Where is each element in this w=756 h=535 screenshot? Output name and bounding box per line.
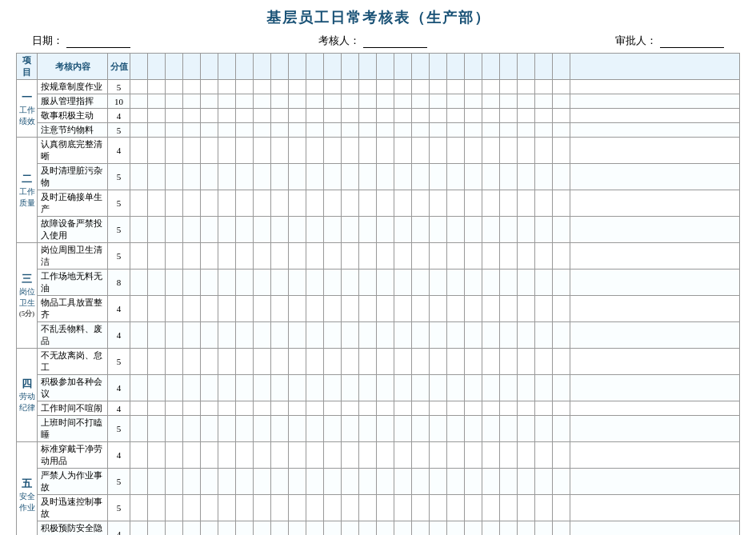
col-header-d15 (377, 54, 394, 80)
data-cell-4-3-7 (254, 521, 271, 536)
data-cell-0-0-6 (236, 80, 254, 94)
data-cell-2-0-1 (148, 243, 166, 269)
category-cell-三: 三岗位卫生(5分) (17, 243, 38, 349)
data-cell-2-3-1 (148, 322, 166, 349)
data-cell-4-2-25 (570, 495, 740, 521)
data-cell-1-2-25 (570, 190, 740, 217)
col-header-d25 (553, 54, 570, 80)
data-cell-1-1-2 (166, 164, 183, 190)
data-cell-1-2-17 (430, 190, 447, 217)
item-content-cell: 岗位周围卫生清洁 (38, 243, 108, 269)
data-cell-1-3-18 (447, 217, 465, 243)
data-cell-1-3-21 (500, 217, 518, 243)
data-cell-0-2-0 (130, 109, 148, 123)
data-cell-1-3-2 (166, 217, 183, 243)
item-score-cell: 4 (108, 138, 130, 164)
table-row: 工作场地无料无油8 (17, 269, 740, 296)
data-cell-2-2-0 (130, 296, 148, 322)
data-cell-0-2-18 (447, 109, 465, 123)
data-cell-4-3-8 (271, 521, 289, 536)
data-cell-4-2-7 (254, 495, 271, 521)
data-cell-3-2-0 (130, 401, 148, 416)
table-row: 服从管理指挥10 (17, 94, 740, 109)
data-cell-3-0-9 (289, 349, 306, 375)
data-cell-1-1-7 (254, 164, 271, 190)
data-cell-1-2-18 (447, 190, 465, 217)
col-header-d10 (289, 54, 306, 80)
data-cell-3-0-8 (271, 349, 289, 375)
data-cell-4-2-11 (324, 495, 342, 521)
data-cell-1-0-25 (570, 138, 740, 164)
data-cell-0-2-8 (271, 109, 289, 123)
data-cell-3-1-22 (518, 375, 535, 401)
data-cell-1-1-1 (148, 164, 166, 190)
data-cell-1-3-20 (482, 217, 500, 243)
data-cell-0-2-15 (394, 109, 412, 123)
col-header-d14 (359, 54, 377, 80)
data-cell-4-0-1 (148, 442, 166, 469)
data-cell-1-1-6 (236, 164, 254, 190)
data-cell-4-1-6 (236, 469, 254, 495)
data-cell-3-0-5 (218, 349, 236, 375)
data-cell-0-1-1 (148, 94, 166, 109)
data-cell-0-1-16 (412, 94, 430, 109)
data-cell-2-0-11 (324, 243, 342, 269)
col-header-d23 (518, 54, 535, 80)
main-table: 项目 考核内容 分值 (16, 53, 740, 535)
data-cell-0-0-8 (271, 80, 289, 94)
data-cell-0-3-0 (130, 123, 148, 138)
data-cell-1-0-1 (148, 138, 166, 164)
data-cell-2-1-25 (570, 269, 740, 296)
data-cell-3-2-13 (359, 401, 377, 416)
data-cell-4-1-12 (342, 469, 359, 495)
table-row: 二工作质量认真彻底完整清晰4 (17, 138, 740, 164)
data-cell-0-0-14 (377, 80, 394, 94)
data-cell-3-3-9 (289, 416, 306, 442)
data-cell-2-1-11 (324, 269, 342, 296)
col-header-xiangmu: 项目 (17, 54, 38, 80)
data-cell-3-3-8 (271, 416, 289, 442)
item-score-cell: 4 (108, 109, 130, 123)
data-cell-1-2-1 (148, 190, 166, 217)
data-cell-2-0-14 (377, 243, 394, 269)
date-value (66, 34, 130, 48)
col-header-d13 (342, 54, 359, 80)
data-cell-4-2-0 (130, 495, 148, 521)
data-cell-4-3-19 (465, 521, 482, 536)
data-cell-3-3-0 (130, 416, 148, 442)
data-cell-4-2-16 (412, 495, 430, 521)
data-cell-1-3-15 (394, 217, 412, 243)
data-cell-2-1-16 (412, 269, 430, 296)
item-content-cell: 标准穿戴干净劳动用品 (38, 442, 108, 469)
data-cell-2-2-9 (289, 296, 306, 322)
data-cell-0-0-7 (254, 80, 271, 94)
data-cell-4-1-15 (394, 469, 412, 495)
data-cell-3-1-13 (359, 375, 377, 401)
data-cell-4-2-1 (148, 495, 166, 521)
col-header-d16 (394, 54, 412, 80)
data-cell-3-0-0 (130, 349, 148, 375)
data-cell-1-0-15 (394, 138, 412, 164)
data-cell-2-1-21 (500, 269, 518, 296)
data-cell-2-1-5 (218, 269, 236, 296)
data-cell-4-3-5 (218, 521, 236, 536)
data-cell-1-3-13 (359, 217, 377, 243)
item-score-cell: 4 (108, 521, 130, 536)
data-cell-4-2-22 (518, 495, 535, 521)
data-cell-1-2-24 (553, 190, 570, 217)
reviewer-label: 考核人： (318, 34, 360, 48)
data-cell-1-0-8 (271, 138, 289, 164)
item-content-cell: 严禁人为作业事故 (38, 469, 108, 495)
data-cell-2-2-2 (166, 296, 183, 322)
data-cell-2-2-1 (148, 296, 166, 322)
data-cell-2-2-20 (482, 296, 500, 322)
data-cell-2-0-17 (430, 243, 447, 269)
data-cell-4-2-5 (218, 495, 236, 521)
data-cell-2-3-25 (570, 322, 740, 349)
data-cell-1-2-12 (342, 190, 359, 217)
table-row: 故障设备严禁投入使用5 (17, 217, 740, 243)
data-cell-3-1-23 (535, 375, 553, 401)
date-label: 日期： (32, 34, 63, 48)
data-cell-2-0-2 (166, 243, 183, 269)
data-cell-3-0-10 (306, 349, 324, 375)
